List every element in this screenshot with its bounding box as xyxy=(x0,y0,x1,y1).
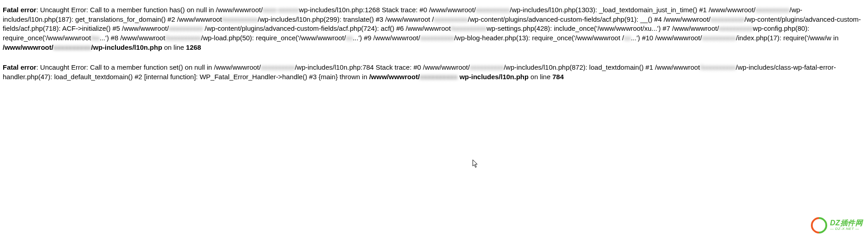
error-label: Fatal error xyxy=(3,6,36,14)
mouse-cursor-icon xyxy=(472,159,479,168)
error-message-1: Fatal error: Uncaught Error: Call to a m… xyxy=(3,5,865,52)
redacted-path: xxxxxxxxxx xyxy=(476,6,510,14)
redacted-path: /xxxxxxxxxx xyxy=(700,63,736,71)
on-line-text: on line xyxy=(529,73,553,81)
redacted-path: xxxxxxxxxx xyxy=(702,34,736,42)
php-error-output: Fatal error: Uncaught Error: Call to a m… xyxy=(0,0,868,82)
redacted-path: xx xyxy=(624,34,631,42)
error-text: Uncaught Error: Call to a member functio… xyxy=(40,6,263,14)
watermark-subtitle: — DZ-X.NET — xyxy=(830,227,863,231)
error-text: /wp-includes/l10n.php(299): translate() … xyxy=(258,15,434,23)
sep: : xyxy=(36,63,40,71)
error-text: /wp-includes/l10n.php(1303): _load_textd… xyxy=(510,6,756,14)
sep: : xyxy=(36,6,40,14)
error-text: /wp-content/plugins/advanced-custom-fiel… xyxy=(468,15,710,23)
redacted-path: /xx xyxy=(91,34,100,42)
redacted-path: xxxxxxxxxx xyxy=(169,24,203,32)
error-text: /index.php(17): require('/www/w in xyxy=(736,34,839,42)
redacted-path: xxxx-xxxxxx xyxy=(263,6,299,14)
error-file-path: wp-includes/l10n.php xyxy=(460,73,529,81)
site-watermark: DZ插件网 — DZ-X.NET — xyxy=(811,217,863,233)
redacted-path: /xxxxxxxxxx xyxy=(165,34,201,42)
error-text: wp-settings.php(428): include_once('/www… xyxy=(486,24,719,32)
error-text: ...') #10 /www/wwwroot/ xyxy=(631,34,702,42)
error-text: Uncaught Error: Call to a member functio… xyxy=(40,63,261,71)
redacted-path: xxxxxxxxxx xyxy=(420,34,454,42)
redacted-path: /xxxxxxxxxx xyxy=(222,15,258,23)
on-line-text: on line xyxy=(162,43,186,51)
error-text: ...') #9 /www/wwwroot/ xyxy=(353,34,420,42)
redacted-path: xxxxxxxxxx xyxy=(434,15,468,23)
error-file-path: /wp-includes/l10n.php xyxy=(91,43,162,51)
watermark-logo-icon xyxy=(808,214,831,237)
error-file-path: /www/wwwroot/ xyxy=(369,73,420,81)
redacted-path: xxxxxxxxxx xyxy=(470,63,504,71)
error-file-path: /www/wwwroot/ xyxy=(3,43,53,51)
redacted-path: xxxxxxxxxx xyxy=(261,63,295,71)
error-text: /wp-content/plugins/advanced-custom-fiel… xyxy=(203,24,451,32)
error-message-2: Fatal error: Uncaught Error: Call to a m… xyxy=(3,63,865,81)
error-text: /wp-load.php(50): require_once('/www/www… xyxy=(201,34,346,42)
redacted-path: xxxxxxxxxx xyxy=(711,15,745,23)
redacted-path: xx xyxy=(346,34,353,42)
redacted-path: xxxxxxxxxx xyxy=(756,6,790,14)
redacted-path: xxxxxxxxxx xyxy=(53,43,91,51)
error-text: wp-includes/l10n.php:1268 Stack trace: #… xyxy=(299,6,476,14)
error-label: Fatal error xyxy=(3,63,36,71)
redacted-path: xxxxxxxxxx xyxy=(420,73,460,81)
redacted-path: xxxxxxxxxx xyxy=(719,24,753,32)
watermark-title: DZ插件网 xyxy=(830,219,863,227)
watermark-text: DZ插件网 — DZ-X.NET — xyxy=(830,219,863,231)
error-text: /wp-includes/l10n.php:784 Stack trace: #… xyxy=(295,63,470,71)
error-text: /wp-includes/l10n.php(872): load_textdom… xyxy=(504,63,700,71)
error-text: /wp-blog-header.php(13): require_once('/… xyxy=(454,34,624,42)
error-line-number: 784 xyxy=(553,73,564,81)
error-line-number: 1268 xyxy=(186,43,201,51)
redacted-path: /xxxxxxxxxx xyxy=(451,24,486,32)
error-text: ...') #8 /www/wwwroot xyxy=(100,34,165,42)
